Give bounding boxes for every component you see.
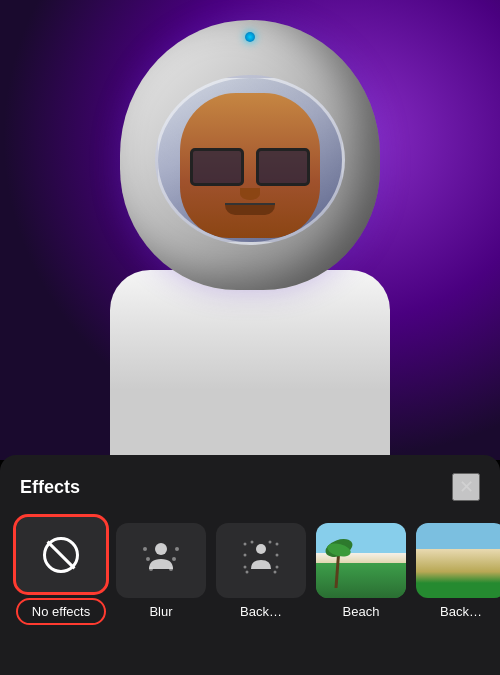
camera-preview [0, 0, 500, 460]
svg-point-17 [246, 571, 249, 574]
svg-point-15 [244, 566, 247, 569]
helmet-dot [245, 32, 255, 42]
svg-point-1 [155, 543, 167, 555]
svg-point-5 [172, 557, 176, 561]
effect-label-blur: Blur [116, 604, 206, 619]
svg-point-18 [274, 571, 277, 574]
effect-thumb-blur[interactable] [116, 523, 206, 598]
visor [155, 75, 345, 245]
effect-label-no-effects: No effects [16, 598, 106, 625]
svg-point-12 [276, 543, 279, 546]
svg-point-4 [146, 557, 150, 561]
svg-point-9 [244, 543, 247, 546]
svg-point-8 [256, 544, 266, 554]
effect-thumb-no-effects[interactable] [16, 517, 106, 592]
effect-thumb-beach2[interactable] [416, 523, 500, 598]
helmet [120, 20, 380, 290]
effects-row: No effects [0, 511, 500, 631]
svg-point-6 [149, 567, 153, 571]
svg-point-2 [143, 547, 147, 551]
effect-item-beach2: Back… [416, 523, 500, 619]
effect-thumb-beach[interactable] [316, 523, 406, 598]
svg-point-10 [251, 541, 254, 544]
svg-point-3 [175, 547, 179, 551]
svg-point-7 [169, 567, 173, 571]
effect-item-beach: Beach [316, 523, 406, 619]
face-lower [220, 188, 280, 218]
effect-item-blur: Blur [116, 523, 206, 619]
effect-thumb-blur2[interactable] [216, 523, 306, 598]
svg-point-13 [244, 554, 247, 557]
svg-point-11 [269, 541, 272, 544]
effect-label-blur2: Back… [216, 604, 306, 619]
effect-item-blur2: Back… [216, 523, 306, 619]
face [180, 93, 320, 238]
no-effects-icon [43, 537, 79, 573]
effect-item-no-effects: No effects [16, 517, 106, 625]
effect-label-beach: Beach [316, 604, 406, 619]
suit-body [110, 270, 390, 460]
svg-point-14 [276, 554, 279, 557]
panel-title: Effects [20, 477, 80, 498]
person-blur2-icon [243, 539, 279, 582]
glasses [190, 148, 310, 183]
panel-header: Effects ✕ [0, 455, 500, 511]
effects-panel: Effects ✕ No effects [0, 455, 500, 675]
person-blur-icon [143, 539, 179, 582]
astronaut-figure [80, 0, 420, 460]
effect-label-beach2: Back… [416, 604, 500, 619]
close-button[interactable]: ✕ [452, 473, 480, 501]
svg-point-16 [276, 566, 279, 569]
